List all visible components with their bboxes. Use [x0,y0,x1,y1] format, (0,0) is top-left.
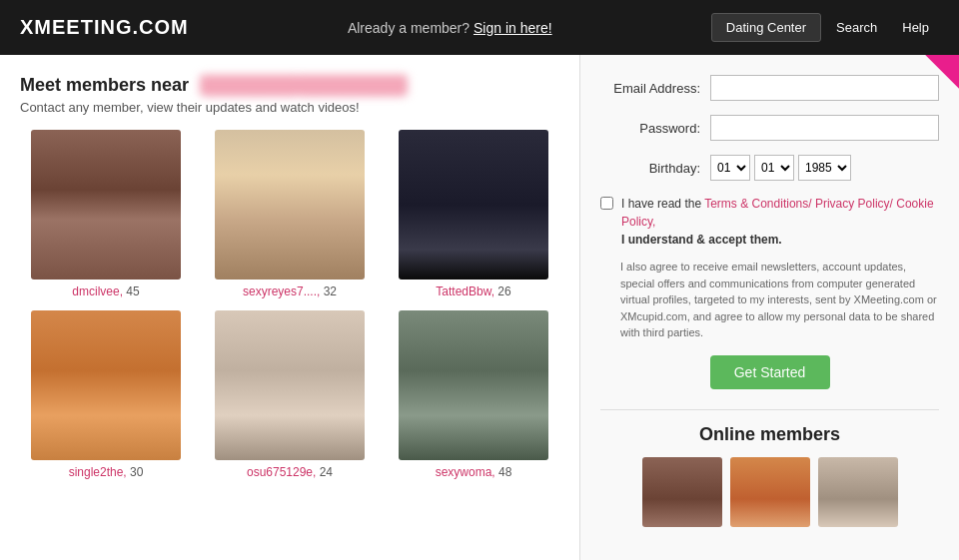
password-label: Password: [600,121,710,136]
headline: Meet members near ███████ ████████ [20,75,559,96]
member-name: single2the, 30 [69,465,144,479]
member-card[interactable]: sexyreyes7...., 32 [204,130,376,298]
birthday-label: Birthday: [600,161,710,176]
site-logo: XMEETING.COM [20,16,189,39]
online-member-thumb[interactable] [730,457,810,527]
left-panel: Meet members near ███████ ████████ Conta… [0,55,579,560]
online-member-thumb[interactable] [642,457,722,527]
online-members-title: Online members [600,424,939,445]
member-card[interactable]: dmcilvee, 45 [20,130,192,298]
member-grid: dmcilvee, 45 sexyreyes7...., 32 TattedBb… [20,130,559,479]
nav-buttons: Dating Center Search Help [711,13,939,42]
dating-center-button[interactable]: Dating Center [711,13,821,42]
member-photo [31,130,181,280]
terms-link1[interactable]: Terms & Conditions/ [704,197,811,211]
search-button[interactable]: Search [826,14,887,41]
member-name: osu675129e, 24 [247,465,333,479]
privacy-link[interactable]: Privacy Policy/ [815,197,893,211]
birthday-year-select[interactable]: 1985198419831982 1981198019791978 197719… [798,155,851,181]
birthday-row: Birthday: 01020304 05060708 09101112 010… [600,155,939,181]
sign-in-link[interactable]: Sign in here! [474,20,552,36]
member-photo [215,310,365,460]
member-name: dmcilvee, 45 [72,284,139,298]
headline-start: Meet members near [20,75,189,95]
member-photo [399,310,548,460]
member-photo [31,310,181,460]
member-card[interactable]: single2the, 30 [20,310,192,479]
fine-print: I also agree to receive email newsletter… [620,259,939,341]
online-members-section: Online members [600,409,939,527]
main-content: Meet members near ███████ ████████ Conta… [0,55,959,560]
member-card[interactable]: TattedBbw, 26 [388,130,559,298]
right-panel: FREE Email Address: Password: Birthday: … [579,55,959,560]
birthday-selects: 01020304 05060708 09101112 01020304 0506… [710,155,851,181]
terms-checkbox[interactable] [600,197,613,210]
free-badge-label: FREE [879,55,959,92]
help-button[interactable]: Help [892,14,939,41]
already-member-text: Already a member? [348,20,470,36]
member-name: sexyreyes7...., 32 [243,284,337,298]
free-badge: FREE [879,55,959,135]
terms-accept: I understand & accept them. [621,233,782,247]
subtitle: Contact any member, view their updates a… [20,100,559,115]
birthday-day-select[interactable]: 01020304 05060708 09101112 13141516 1718… [754,155,794,181]
member-photo [399,130,548,280]
headline-location: ███████ ████████ [200,75,408,96]
member-prompt: Already a member? Sign in here! [189,20,711,36]
member-card[interactable]: osu675129e, 24 [204,310,376,479]
terms-checkbox-area: I have read the Terms & Conditions/ Priv… [600,195,939,249]
get-started-button[interactable]: Get Started [710,355,830,389]
terms-text: I have read the Terms & Conditions/ Priv… [621,195,939,249]
member-name: TattedBbw, 26 [436,284,510,298]
member-name: sexywoma, 48 [436,465,512,479]
birthday-month-select[interactable]: 01020304 05060708 09101112 [710,155,750,181]
online-member-thumb[interactable] [818,457,898,527]
header: XMEETING.COM Already a member? Sign in h… [0,0,959,55]
member-photo [215,130,365,280]
member-card[interactable]: sexywoma, 48 [388,310,559,479]
email-label: Email Address: [600,81,710,96]
online-member-photos [600,457,939,527]
terms-prefix: I have read the [621,197,701,211]
